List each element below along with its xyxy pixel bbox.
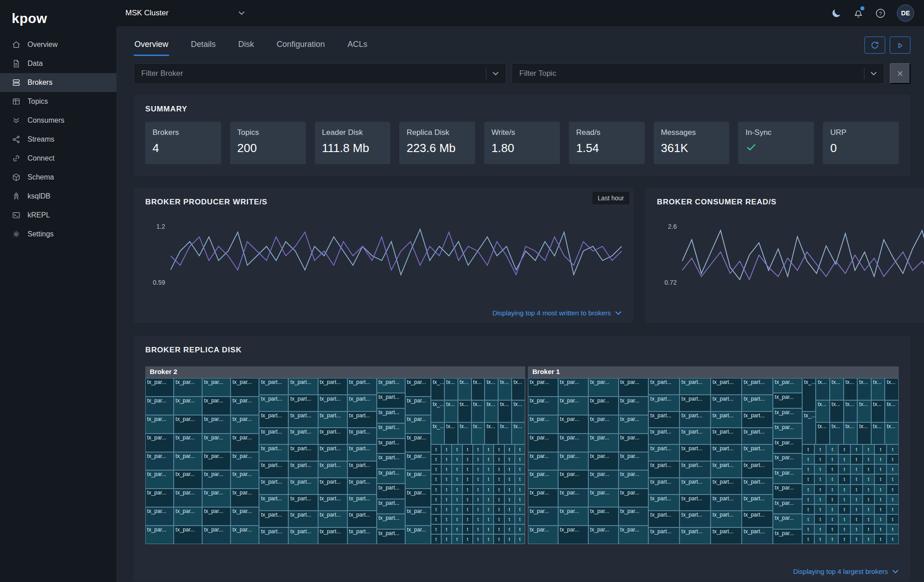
treemap-cell[interactable]: tx_par... xyxy=(405,507,431,526)
treemap-cell[interactable]: t xyxy=(826,534,838,544)
treemap-cell[interactable]: tx... xyxy=(830,400,844,422)
treemap-cell[interactable]: tx... xyxy=(871,400,885,422)
treemap-cell[interactable]: tx_par... xyxy=(202,489,231,507)
treemap-cell[interactable]: t xyxy=(838,504,850,514)
treemap-cell[interactable]: tx_part... xyxy=(711,428,742,444)
treemap-cell[interactable]: tx_part... xyxy=(377,499,405,514)
treemap-cell[interactable]: tx_part... xyxy=(679,428,711,444)
sidebar-item-schema[interactable]: Schema xyxy=(0,168,116,187)
treemap-cell[interactable]: tx_par... xyxy=(202,434,231,452)
sidebar-item-data[interactable]: Data xyxy=(0,54,116,73)
treemap-cell[interactable]: t xyxy=(838,534,850,544)
treemap-cell[interactable]: tx_par... xyxy=(773,453,802,468)
treemap-cell[interactable]: t xyxy=(887,524,899,534)
treemap-cell[interactable]: tx_part... xyxy=(259,494,288,511)
treemap-cell[interactable]: t xyxy=(850,464,863,474)
treemap-cell[interactable]: tx_par... xyxy=(588,452,619,471)
treemap-cell[interactable]: tx... xyxy=(471,400,485,422)
treemap-cell[interactable]: tx_par... xyxy=(773,408,802,423)
treemap-cell[interactable]: tx_part... xyxy=(648,511,679,527)
treemap-cell[interactable]: tx_par... xyxy=(619,434,649,452)
treemap-cell[interactable]: tx_par... xyxy=(231,452,259,471)
treemap-cell[interactable]: tx_part... xyxy=(259,461,288,478)
treemap-cell[interactable]: t xyxy=(850,454,863,464)
treemap-cell[interactable]: t xyxy=(802,524,814,534)
treemap-cell[interactable]: tx_part... xyxy=(679,511,711,527)
treemap-cell[interactable]: tx_par... xyxy=(773,469,802,484)
treemap-cell[interactable]: tx_part... xyxy=(377,439,405,453)
treemap-cell[interactable]: tx_par... xyxy=(619,397,649,415)
treemap-cell[interactable]: tx... xyxy=(458,422,471,444)
treemap-cell[interactable]: tx... xyxy=(512,422,525,444)
treemap-cell[interactable]: t xyxy=(802,534,814,544)
treemap-cell[interactable]: tx_par... xyxy=(174,378,202,397)
treemap-cell[interactable]: t xyxy=(494,464,504,474)
sidebar-item-overview[interactable]: Overview xyxy=(0,35,116,54)
treemap-cell[interactable]: t xyxy=(838,524,850,534)
treemap-cell[interactable]: tx_par... xyxy=(558,378,588,397)
treemap-cell[interactable]: tx_... xyxy=(431,422,444,444)
treemap-cell[interactable]: t xyxy=(483,444,494,454)
treemap-cell[interactable]: t xyxy=(826,454,838,464)
treemap-cell[interactable]: tx_par... xyxy=(145,489,174,507)
treemap-cell[interactable]: t xyxy=(814,454,827,464)
treemap-cell[interactable]: t xyxy=(504,485,515,494)
treemap-cell[interactable]: t xyxy=(874,444,887,454)
treemap-cell[interactable]: t xyxy=(441,504,452,514)
treemap-cell[interactable]: tx_part... xyxy=(288,511,318,527)
treemap-cell[interactable]: tx_par... xyxy=(588,489,619,507)
treemap-cell[interactable]: tx_par... xyxy=(588,526,619,544)
treemap-cell[interactable]: tx_part... xyxy=(711,527,742,544)
treemap-cell[interactable]: t xyxy=(887,464,899,474)
treemap-cell[interactable]: tx_... xyxy=(802,378,816,411)
treemap-cell[interactable]: t xyxy=(863,454,875,464)
treemap-cell[interactable]: tx_part... xyxy=(648,461,679,478)
treemap-cell[interactable]: tx... xyxy=(844,422,858,444)
treemap-cell[interactable]: tx_part... xyxy=(648,527,679,544)
treemap-cell[interactable]: t xyxy=(473,494,483,504)
treemap-cell[interactable]: t xyxy=(473,474,483,484)
tab-acls[interactable]: ACLs xyxy=(346,34,368,56)
treemap-cell[interactable]: t xyxy=(515,514,525,524)
treemap-cell[interactable]: t xyxy=(504,534,515,544)
treemap-cell[interactable]: t xyxy=(814,494,827,504)
treemap-cell[interactable]: tx_par... xyxy=(528,452,558,471)
treemap-cell[interactable]: tx_par... xyxy=(528,470,558,489)
treemap-footer-link[interactable]: Displaying top 4 largest brokers xyxy=(793,568,899,575)
treemap-cell[interactable]: t xyxy=(874,464,887,474)
treemap-cell[interactable]: tx_part... xyxy=(347,527,377,544)
treemap-cell[interactable]: tx_par... xyxy=(231,489,259,507)
treemap-cell[interactable]: tx_part... xyxy=(679,411,711,428)
treemap-cell[interactable]: tx_par... xyxy=(558,507,588,526)
treemap-cell[interactable]: tx... xyxy=(830,378,844,400)
treemap-cell[interactable]: tx_par... xyxy=(619,526,649,544)
treemap-cell[interactable]: tx_part... xyxy=(318,428,347,444)
play-button[interactable] xyxy=(890,37,910,54)
treemap-cell[interactable]: t xyxy=(504,514,515,524)
treemap-cell[interactable]: tx_par... xyxy=(174,397,202,415)
treemap-cell[interactable]: tx_part... xyxy=(377,469,405,484)
treemap-cell[interactable]: tx_par... xyxy=(619,489,649,507)
treemap-cell[interactable]: tx_part... xyxy=(742,494,773,511)
treemap-cell[interactable]: tx_par... xyxy=(231,507,259,526)
treemap-cell[interactable]: tx_part... xyxy=(288,461,318,478)
treemap-cell[interactable]: t xyxy=(462,485,473,494)
treemap-cell[interactable]: tx_par... xyxy=(405,452,431,471)
treemap-cell[interactable]: t xyxy=(874,454,887,464)
treemap-cell[interactable]: t xyxy=(483,514,494,524)
treemap-cell[interactable]: tx_part... xyxy=(711,478,742,494)
treemap-cell[interactable]: tx_part... xyxy=(648,395,679,411)
treemap-cell[interactable]: t xyxy=(431,534,441,544)
treemap-cell[interactable]: t xyxy=(473,504,483,514)
treemap-cell[interactable]: tx... xyxy=(871,378,885,400)
treemap-cell[interactable]: t xyxy=(441,524,452,534)
treemap-cell[interactable]: t xyxy=(887,474,899,484)
treemap-cell[interactable]: t xyxy=(802,514,814,524)
treemap-cell[interactable]: tx_part... xyxy=(347,411,377,428)
treemap-cell[interactable]: tx_par... xyxy=(528,415,558,434)
treemap-cell[interactable]: tx_par... xyxy=(558,397,588,415)
treemap-cell[interactable]: t xyxy=(814,464,827,474)
treemap-cell[interactable]: tx_par... xyxy=(202,415,231,434)
treemap-cell[interactable]: t xyxy=(863,534,875,544)
treemap-cell[interactable]: t xyxy=(483,534,494,544)
